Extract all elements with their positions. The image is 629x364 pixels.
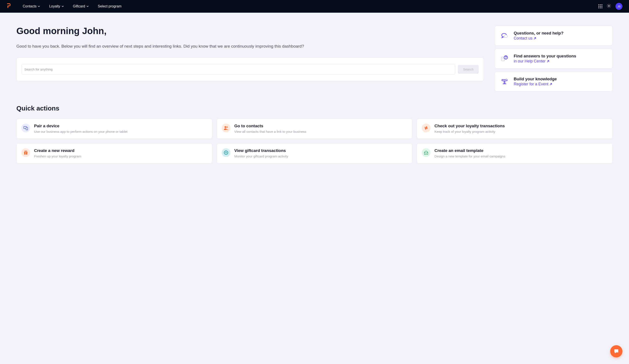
action-desc: Monitor your giftcard program activity	[234, 154, 408, 158]
svg-point-20	[25, 151, 26, 152]
svg-rect-14	[26, 127, 28, 130]
help-title: Find answers to your questions	[514, 54, 607, 59]
help-card-contact[interactable]: Questions, or need help? Contact us	[495, 26, 613, 46]
apps-grid-icon[interactable]	[599, 4, 602, 8]
svg-point-12	[506, 78, 507, 80]
help-title: Build your knowledge	[514, 77, 607, 81]
help-card-content: Build your knowledge Register for a Even…	[514, 77, 607, 87]
action-desc: Keep track of your loyalty program activ…	[434, 129, 608, 134]
action-title: Pair a device	[34, 123, 207, 128]
help-cards: Questions, or need help? Contact us	[495, 26, 613, 92]
search-card: Search	[16, 57, 484, 81]
action-loyalty-transactions[interactable]: Check out your loyalty transactions Keep…	[417, 119, 613, 139]
avatar[interactable]: JB	[616, 3, 623, 10]
actions-grid: Pair a device Use our business app to pe…	[16, 119, 613, 164]
welcome-section: Good morning John, Good to have you back…	[16, 26, 484, 92]
action-title: Check out your loyalty transactions	[434, 123, 608, 128]
action-content: View giftcard transactions Monitor your …	[234, 148, 408, 158]
help-center-link[interactable]: in our Help Center	[514, 59, 550, 64]
action-desc: Use our business app to perform actions …	[34, 129, 207, 134]
nav-loyalty[interactable]: Loyalty	[46, 3, 67, 10]
arrow-ne-icon	[546, 60, 550, 63]
nav-left: Contacts Loyalty Giftcard Select program	[6, 3, 125, 10]
help-card-helpcenter[interactable]: Find answers to your questions in our He…	[495, 49, 613, 69]
action-content: Pair a device Use our business app to pe…	[34, 123, 207, 134]
svg-point-15	[225, 126, 226, 128]
people-icon	[222, 123, 230, 132]
action-pair-device[interactable]: Pair a device Use our business app to pe…	[16, 119, 212, 139]
avatar-initials: JB	[617, 5, 621, 8]
arrow-ne-icon	[533, 37, 536, 40]
chat-icon	[501, 32, 508, 40]
action-content: Create an email template Design a new te…	[434, 148, 608, 158]
svg-point-2	[504, 35, 508, 38]
action-title: View giftcard transactions	[234, 148, 408, 153]
help-card-event[interactable]: Build your knowledge Register for a Even…	[495, 72, 613, 92]
action-title: Create an email template	[434, 148, 608, 153]
nav-label: Giftcard	[73, 4, 85, 8]
nav-label: Select program	[98, 4, 122, 8]
page-title: Good morning John,	[16, 26, 484, 36]
search-input[interactable]	[21, 64, 455, 74]
help-card-content: Find answers to your questions in our He…	[514, 54, 607, 64]
exchange-icon	[422, 123, 431, 132]
action-contacts[interactable]: Go to contacts View all contacts that ha…	[217, 119, 413, 139]
register-event-link[interactable]: Register for a Event	[514, 82, 552, 87]
contact-us-link[interactable]: Contact us	[514, 36, 536, 41]
nav-contacts[interactable]: Contacts	[19, 3, 43, 10]
svg-point-16	[226, 126, 228, 128]
quick-actions-heading: Quick actions	[16, 105, 613, 112]
nav-label: Contacts	[23, 4, 36, 8]
chevron-down-icon	[38, 5, 40, 7]
nav-giftcard[interactable]: Giftcard	[69, 3, 92, 10]
top-nav: Contacts Loyalty Giftcard Select program	[0, 0, 629, 13]
svg-point-21	[26, 151, 27, 152]
nav-select-program[interactable]: Select program	[94, 3, 125, 10]
logo[interactable]	[6, 3, 10, 9]
action-desc: Design a new template for your email cam…	[434, 154, 608, 158]
action-giftcard-transactions[interactable]: $ View giftcard transactions Monitor you…	[217, 143, 413, 164]
devices-icon	[21, 123, 30, 132]
search-button[interactable]: Search	[458, 65, 479, 74]
action-content: Check out your loyalty transactions Keep…	[434, 123, 608, 134]
help-card-content: Questions, or need help? Contact us	[514, 31, 607, 41]
gift-icon	[21, 148, 30, 157]
chevron-down-icon	[62, 5, 64, 7]
welcome-text: Good to have you back. Below you will fi…	[16, 43, 484, 50]
target-icon: $	[222, 148, 230, 157]
action-title: Go to contacts	[234, 123, 408, 128]
svg-point-0	[608, 5, 610, 6]
help-title: Questions, or need help?	[514, 31, 607, 36]
main-content: Good morning John, Good to have you back…	[0, 13, 629, 105]
arrow-ne-icon	[549, 83, 552, 86]
action-title: Create a new reward	[34, 148, 207, 153]
quick-actions-section: Quick actions Pair a device Use our busi…	[0, 105, 629, 177]
action-desc: Freshen up your loyalty program	[34, 154, 207, 158]
action-content: Create a new reward Freshen up your loya…	[34, 148, 207, 158]
svg-rect-19	[25, 152, 26, 155]
action-desc: View all contacts that have a link to yo…	[234, 129, 408, 134]
nav-right: JB	[599, 3, 623, 10]
action-content: Go to contacts View all contacts that ha…	[234, 123, 408, 134]
nav-label: Loyalty	[49, 4, 60, 8]
podium-icon	[501, 78, 508, 86]
gear-icon[interactable]	[607, 4, 611, 9]
action-create-reward[interactable]: Create a new reward Freshen up your loya…	[16, 143, 212, 164]
svg-point-7	[506, 58, 506, 59]
action-email-template[interactable]: Create an email template Design a new te…	[417, 143, 613, 164]
envelope-open-icon	[422, 148, 431, 157]
chevron-down-icon	[86, 5, 89, 7]
question-icon	[501, 55, 508, 63]
svg-text:$: $	[226, 152, 226, 154]
